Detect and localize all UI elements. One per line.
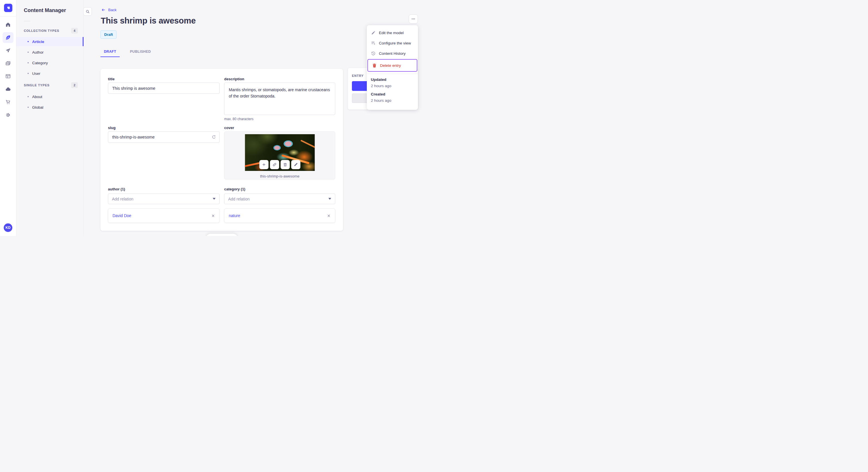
menu-item-configure-the-view[interactable]: Configure the view xyxy=(367,38,418,48)
cart-icon xyxy=(5,99,11,105)
sidebar-item-label: User xyxy=(32,71,40,76)
category-relation-link[interactable]: nature xyxy=(229,213,240,218)
sidebar-item-author[interactable]: Author xyxy=(17,47,84,57)
bullet-icon xyxy=(28,96,29,97)
sidebar-item-global[interactable]: Global xyxy=(17,103,84,112)
description-textarea[interactable]: Mantis shrimps, or stomatopods, are mari… xyxy=(224,82,335,115)
close-icon xyxy=(211,214,215,217)
sidebar-item-article[interactable]: Article xyxy=(17,37,84,46)
more-actions-button[interactable] xyxy=(409,14,418,24)
regenerate-slug-button[interactable] xyxy=(212,135,216,139)
tabs: DRAFT PUBLISHED xyxy=(100,47,154,57)
cover-image-detail xyxy=(300,140,315,149)
menu-item-label: Configure the view xyxy=(379,41,411,45)
bullet-icon xyxy=(28,41,29,42)
nav-content-type-builder-button[interactable] xyxy=(3,71,13,82)
category-field-label: category (1) xyxy=(224,187,245,191)
sidebar-item-label: Global xyxy=(32,105,43,109)
collection-types-header: COLLECTION TYPES 4 xyxy=(24,28,78,34)
gear-icon xyxy=(5,112,11,118)
category-relation-item: nature xyxy=(224,208,335,223)
description-field-label: description xyxy=(224,77,244,81)
single-types-count-badge: 2 xyxy=(71,82,78,88)
updated-label: Updated xyxy=(371,77,414,82)
nav-deploy-button[interactable] xyxy=(3,84,13,95)
cover-actions xyxy=(259,160,300,169)
user-avatar[interactable]: KD xyxy=(4,224,12,232)
created-label: Created xyxy=(371,92,414,96)
cover-field-label: cover xyxy=(224,126,234,130)
copy-link-button[interactable] xyxy=(270,160,279,169)
content-manager-subnav: Content Manager COLLECTION TYPES 4 Artic… xyxy=(17,0,84,236)
bullet-icon xyxy=(28,73,29,74)
home-icon xyxy=(5,22,11,28)
main-nav: KD xyxy=(0,0,17,236)
nav-content-manager-button[interactable] xyxy=(3,32,13,43)
plus-icon xyxy=(261,162,266,167)
bullet-icon xyxy=(28,52,29,53)
sidebar-item-category[interactable]: Category xyxy=(17,58,84,67)
author-relation-select[interactable]: Add relation xyxy=(108,194,220,204)
strapi-logo-icon xyxy=(6,5,11,11)
arrow-left-icon xyxy=(101,8,105,12)
pencil-icon xyxy=(293,162,298,167)
nav-marketplace-button[interactable] xyxy=(3,97,13,107)
sidebar-item-label: Category xyxy=(32,61,48,65)
tab-draft[interactable]: DRAFT xyxy=(100,47,120,57)
nav-media-library-button[interactable] xyxy=(3,58,13,69)
link-icon xyxy=(272,162,277,167)
chevron-down-icon xyxy=(329,198,331,200)
back-label: Back xyxy=(108,8,117,12)
remove-author-relation-button[interactable] xyxy=(211,214,215,217)
remove-category-relation-button[interactable] xyxy=(327,214,331,217)
menu-item-delete-entry[interactable]: Delete entry xyxy=(368,60,417,71)
edit-asset-button[interactable] xyxy=(291,160,300,169)
author-select-placeholder: Add relation xyxy=(112,197,133,201)
search-button[interactable] xyxy=(83,7,92,16)
category-relation-select[interactable]: Add relation xyxy=(224,194,335,204)
bottom-toolbar-pill[interactable] xyxy=(206,234,238,236)
chevron-down-icon xyxy=(213,198,216,200)
created-value: 2 hours ago xyxy=(371,98,414,103)
cloud-icon xyxy=(5,86,11,92)
search-icon xyxy=(86,9,90,14)
nav-home-button[interactable] xyxy=(3,19,13,30)
title-input[interactable] xyxy=(108,82,220,94)
list-plus-icon xyxy=(371,41,376,45)
strapi-logo[interactable] xyxy=(4,4,12,12)
focused-menu-item-ring: Delete entry xyxy=(367,59,417,72)
single-types-header: SINGLE TYPES 2 xyxy=(24,82,78,88)
subnav-title: Content Manager xyxy=(24,7,66,13)
bullet-icon xyxy=(28,107,29,108)
sidebar-item-about[interactable]: About xyxy=(17,92,84,101)
add-asset-button[interactable] xyxy=(259,160,268,169)
nav-settings-button[interactable] xyxy=(3,109,13,121)
author-relation-item: David Doe xyxy=(108,208,220,223)
entry-meta: Updated 2 hours ago Created 2 hours ago xyxy=(367,74,418,103)
slug-field xyxy=(108,131,220,143)
collection-types-count-badge: 4 xyxy=(71,28,78,34)
close-icon xyxy=(327,214,331,217)
back-link[interactable]: Back xyxy=(101,8,117,12)
menu-item-label: Content History xyxy=(379,51,406,56)
more-actions-menu: Edit the model Configure the view Conten… xyxy=(367,25,418,110)
author-field-label: author (1) xyxy=(108,187,125,191)
author-relation-link[interactable]: David Doe xyxy=(113,213,131,218)
pencil-icon xyxy=(371,30,376,35)
strapi-admin-app: KD Content Manager COLLECTION TYPES 4 Ar… xyxy=(0,0,434,236)
sidebar-item-user[interactable]: User xyxy=(17,69,84,78)
sidebar-item-label: Article xyxy=(32,40,44,44)
history-icon xyxy=(371,51,376,56)
delete-asset-button[interactable] xyxy=(280,160,290,169)
updated-value: 2 hours ago xyxy=(371,84,414,88)
nav-releases-button[interactable] xyxy=(3,45,13,56)
section-label: COLLECTION TYPES xyxy=(24,29,59,32)
slug-input[interactable] xyxy=(108,131,220,143)
sidebar-item-label: About xyxy=(32,95,42,99)
menu-item-content-history[interactable]: Content History xyxy=(367,48,418,59)
menu-item-edit-the-model[interactable]: Edit the model xyxy=(367,28,418,38)
category-select-placeholder: Add relation xyxy=(228,197,250,201)
slug-field-label: slug xyxy=(108,126,116,130)
tab-published[interactable]: PUBLISHED xyxy=(127,47,154,57)
ellipsis-icon xyxy=(411,16,415,21)
